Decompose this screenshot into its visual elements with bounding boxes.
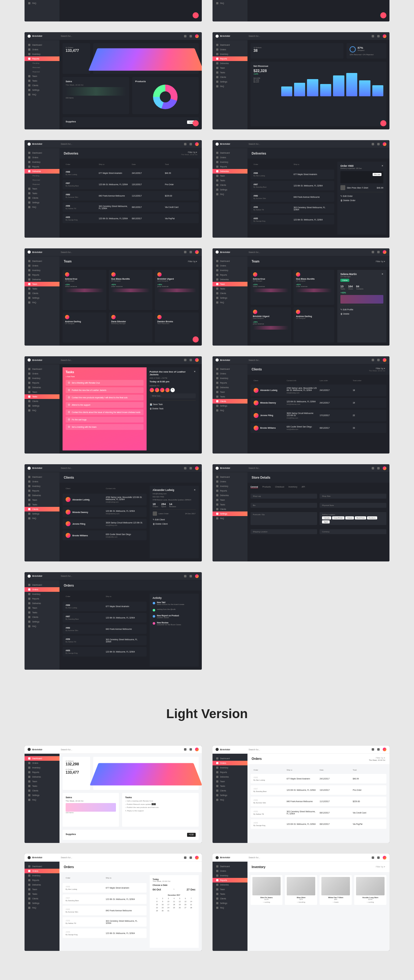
table-row[interactable]: Miranda Dawney123 6th St. Melbourne, FL … [250,398,387,408]
close-icon[interactable]: ✕ [382,165,383,167]
calendar-day[interactable]: 29 [154,910,160,912]
table-row[interactable]: #960By Summer Slim840 Frank Avenue Melbo… [250,192,334,202]
nav-team[interactable]: Team [24,74,59,78]
nav-sub-returned[interactable]: Returned [24,65,59,70]
calendar-day[interactable]: 15 [154,903,160,906]
location-tag[interactable]: Brazil Area [355,516,366,519]
calendar-day[interactable]: 2 [160,897,165,900]
inventory-item[interactable]: Hoodie Long Skirt$149○ sorting [354,875,386,905]
nav-settings[interactable]: Settings [213,511,247,516]
inbox-icon[interactable] [372,35,374,37]
nav-reports[interactable]: Reports [213,56,247,61]
table-row[interactable]: Alexander Ludwig4766 Sarloy Lane, Mooodv… [250,385,387,396]
nav-team[interactable]: Team [213,65,247,70]
nav-tasks[interactable]: Tasks [24,78,59,83]
team-card[interactable]: Andrew GarlingUX Designer [293,307,334,342]
calendar-day[interactable]: 10 [166,900,171,903]
field-shop-size[interactable]: Shop Size [320,494,386,499]
calendar-day[interactable]: 4 [172,897,177,900]
table-row[interactable]: #956By Nathan Till363 Cemetery Street Me… [250,204,334,213]
team-card[interactable]: Dana SilvesterMarketing Manager [109,312,153,342]
table-row[interactable]: Jerome Filing3826 Sarloy Circuit Melbour… [62,519,146,529]
nav-faq[interactable]: FAQ [24,92,59,97]
calendar-day[interactable]: 17 [166,903,171,906]
table-row[interactable]: #955By George King123 6th St. Melbourne,… [62,647,146,657]
table-row[interactable]: #955By George King123 6th St. Melbourne,… [62,214,199,223]
calendar-day[interactable]: 30 [160,910,165,912]
table-row[interactable]: #967By Standing Bear123 6th St. Melbourn… [62,613,146,622]
calendar-day[interactable]: 27 [183,907,188,909]
nav-team[interactable]: Team [24,282,59,286]
calendar-day[interactable]: 11 [172,900,177,903]
nav-orders[interactable]: Orders [24,587,59,592]
nav-sub-pending[interactable]: Pending [24,61,59,65]
nav-settings[interactable]: Settings [213,80,247,84]
add-assignee-button[interactable]: + [170,388,175,392]
calendar-day[interactable]: 5 [177,897,183,900]
task-item[interactable]: Publish the new line of Leather Jackets [65,387,143,393]
save-task-button[interactable]: 💾 Save Task [150,402,196,407]
table-row[interactable]: #967By Standing Bear123 6th St. Melbourn… [62,180,199,189]
location-tag[interactable]: Japan [322,520,330,523]
inbox-icon[interactable] [184,35,186,37]
nav-sub-rejected[interactable]: Rejected [24,70,59,74]
note-input[interactable]: Write here... [150,393,196,398]
close-icon[interactable]: ✕ [194,489,196,492]
calendar-day[interactable]: 20 [183,903,188,906]
field-postcode[interactable]: Postcode / Zip [250,512,317,525]
table-row[interactable]: Brooke Williams626 Coolie Street San Die… [250,423,387,433]
table-row[interactable]: #956By Nathan Till363 Cemetery Street Me… [250,808,387,818]
team-card[interactable]: Gus Blass BurditsUX Designer+82%order re… [293,270,334,305]
calendar-day[interactable]: 16 [160,903,165,906]
tab-general[interactable]: General [250,486,258,488]
bell-icon[interactable] [189,143,192,145]
table-row[interactable]: #968By Alex Ludwig677 Maple Street Anahe… [62,601,146,611]
assignee-avatar[interactable] [160,388,164,392]
delete-task-button[interactable]: 🗑 Delete Task [150,407,196,410]
table-row[interactable]: #967By Standing Bear123 6th St. Melbourn… [250,785,387,795]
calendar[interactable]: December 2017 12345678910111213141516171… [153,892,196,914]
nav-reports[interactable]: Reports [24,56,59,61]
fab-add[interactable] [193,120,199,126]
calendar-day[interactable]: 26 [177,907,183,909]
inventory-item[interactable]: White Fan T-Shirt$69○ basic [320,875,352,905]
nav-tasks[interactable]: Tasks [24,395,59,399]
tab-api[interactable]: API [301,486,305,488]
field-selling-location[interactable]: Selling Location CanadaGreat BritainGree… [320,512,386,525]
nav-dashboard[interactable]: Dashboard [213,43,247,47]
user-avatar[interactable] [383,34,386,38]
calendar-day[interactable]: 8 [154,900,160,903]
task-item[interactable]: Contact the new products especially I wi… [65,395,143,401]
location-tag[interactable]: Bucsbury [367,516,377,519]
assignee-avatar[interactable] [165,388,170,392]
team-card[interactable]: Selena KruzUX Manager+23%visitor revenue [62,270,107,310]
calendar-day[interactable]: 13 [183,900,188,903]
location-tag[interactable]: Greece [345,516,354,519]
table-row[interactable]: #960By Summer Slim840 Frank Avenue Melbo… [62,191,199,200]
nav-deliveries[interactable]: Deliveries [213,61,247,65]
table-row[interactable]: Miranda Dawney123 6th St. Melbourne, FL … [62,507,146,517]
bell-icon[interactable] [189,35,192,37]
calendar-day[interactable]: 3 [166,897,171,900]
calendar-day[interactable]: 18 [172,903,177,906]
task-item[interactable]: Contact the clients about the issue of r… [65,409,143,415]
calendar-day[interactable]: 28 [189,907,194,909]
nav-dashboard[interactable]: Dashboard [24,756,59,761]
nav-clients[interactable]: Clients [213,75,247,80]
field-currency[interactable]: Currency [320,529,386,534]
nav-orders[interactable]: Orders [213,47,247,52]
table-row[interactable]: #955By George King123 6th St. Melbourne,… [62,929,146,938]
table-row[interactable]: Brooke Williams626 Coolie Street San Die… [62,530,146,540]
table-row[interactable]: Alexander Ludwig4766 Sarloy Lane, Mooodv… [62,494,146,505]
team-card[interactable]: Selena KruzUX Manager+23%visitor revenue [250,270,291,305]
delete-order-button[interactable]: 🗑 Delete Order [341,198,383,202]
nav-orders[interactable]: Orders [24,47,59,52]
tab-checkout[interactable]: Checkout [275,486,284,488]
assignee-avatar[interactable] [150,388,154,392]
nav-inventory[interactable]: Inventory [213,52,247,56]
team-card[interactable]: Andrew GarlingUX Designer [62,312,107,342]
field-shipping-location[interactable]: Shipping Location [250,529,317,534]
edit-profile-button[interactable]: ✎ Edit Profile [341,307,383,312]
tab-products[interactable]: Products [262,486,271,488]
pin-button[interactable]: Pin me [373,173,382,176]
